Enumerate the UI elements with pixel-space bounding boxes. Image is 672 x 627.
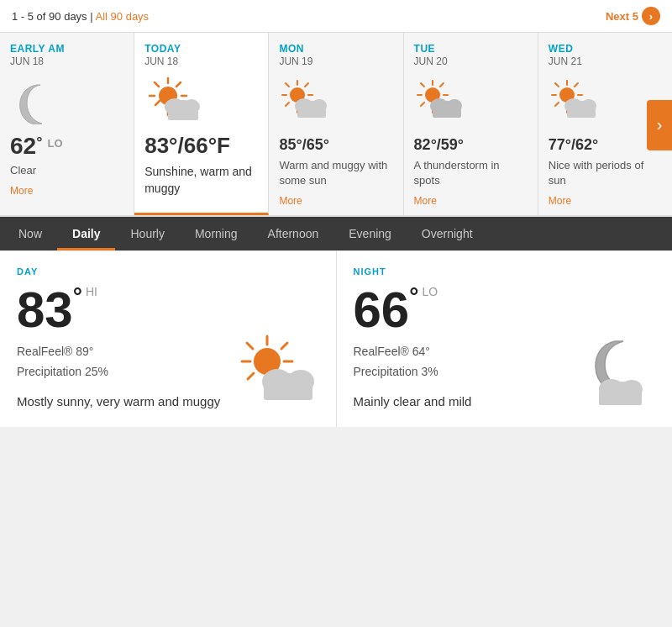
svg-line-17	[286, 83, 289, 87]
card-wed-temp: 77°/62°	[549, 133, 662, 155]
card-wed-date: JUN 21	[549, 55, 662, 67]
detail-day-temp-section: 83 ° HI RealFeel® 89° Precipitation 25% …	[17, 282, 220, 408]
svg-rect-25	[297, 108, 326, 118]
detail-night-label: NIGHT	[354, 266, 656, 277]
card-wed-more[interactable]: More	[549, 195, 662, 207]
card-earlyam: EARLY AM JUN 18 62° LO Clear More	[0, 33, 134, 215]
next5-button[interactable]: Next 5 ›	[606, 7, 660, 25]
detail-night-temp-section: 66 ° LO RealFeel® 64° Precipitation 3% M…	[354, 282, 472, 408]
tab-afternoon[interactable]: Afternoon	[253, 217, 334, 250]
svg-rect-64	[264, 385, 312, 400]
detail-day-hi-lo: HI	[86, 285, 97, 298]
detail-day-icon	[235, 333, 319, 408]
card-today-label: TODAY	[144, 43, 258, 55]
card-wed-desc: Nice with periods of sun	[549, 158, 662, 188]
detail-row: DAY 83 ° HI RealFeel® 89° Precipitation …	[0, 250, 672, 427]
card-today-temp: 83°/66°F	[144, 133, 258, 159]
svg-line-58	[281, 343, 287, 349]
tab-hourly[interactable]: Hourly	[115, 217, 179, 250]
svg-rect-51	[567, 108, 596, 118]
detail-night-temp: 66	[354, 285, 410, 335]
card-today-icon	[144, 76, 258, 126]
card-earlyam-label: EARLY AM	[10, 43, 123, 55]
range-info: 1 - 5 of 90 days | All 90 days	[12, 10, 149, 23]
next5-arrow: ›	[642, 7, 660, 25]
svg-line-56	[247, 343, 253, 349]
range-text: 1 - 5 of 90 days	[12, 10, 87, 23]
svg-line-20	[286, 103, 289, 106]
card-earlyam-more[interactable]: More	[10, 185, 123, 197]
svg-line-7	[155, 101, 160, 105]
tab-daily[interactable]: Daily	[57, 217, 115, 250]
card-earlyam-desc: Clear	[10, 163, 123, 178]
forecast-row: EARLY AM JUN 18 62° LO Clear More TODAY …	[0, 33, 672, 217]
card-tue-temp: 82°/59°	[414, 133, 528, 155]
tab-overnight[interactable]: Overnight	[407, 217, 488, 250]
detail-night-icon	[571, 333, 655, 408]
detail-day-label: DAY	[17, 266, 319, 277]
card-mon-temp: 85°/65°	[279, 133, 392, 155]
card-earlyam-icon	[10, 76, 123, 126]
card-mon-icon	[279, 76, 392, 126]
card-mon: MON JUN 19	[269, 33, 403, 215]
top-bar: 1 - 5 of 90 days | All 90 days Next 5 ›	[0, 0, 672, 33]
detail-day: DAY 83 ° HI RealFeel® 89° Precipitation …	[0, 250, 337, 427]
forecast-wrapper: EARLY AM JUN 18 62° LO Clear More TODAY …	[0, 33, 672, 217]
card-today-desc: Sunshine, warm and muggy	[144, 164, 258, 197]
svg-line-32	[440, 83, 444, 87]
card-tue-date: JUN 20	[414, 55, 528, 67]
nav-tabs: Now Daily Hourly Morning Afternoon Eveni…	[0, 217, 672, 250]
card-tue-label: TUE	[414, 43, 528, 55]
svg-line-46	[555, 103, 559, 106]
card-mon-date: JUN 19	[279, 55, 392, 67]
card-earlyam-date: JUN 18	[10, 55, 123, 67]
svg-line-19	[305, 83, 308, 87]
detail-night-hi-lo: LO	[422, 285, 438, 298]
all-days-link[interactable]: All 90 days	[96, 10, 150, 23]
card-mon-label: MON	[279, 43, 392, 55]
detail-day-temp: 83	[17, 285, 73, 335]
next-arrow-button[interactable]: ›	[647, 100, 672, 150]
detail-day-desc: Mostly sunny, very warm and muggy	[17, 394, 220, 408]
card-mon-desc: Warm and muggy with some sun	[279, 158, 392, 188]
next5-label: Next 5	[606, 10, 638, 23]
tab-now[interactable]: Now	[3, 217, 57, 250]
card-today: TODAY JUN 18	[134, 33, 269, 215]
card-earlyam-temp: 62° LO	[10, 133, 123, 160]
detail-night-temp-unit: °	[409, 285, 418, 308]
card-tue: TUE JUN 20	[404, 33, 538, 215]
detail-night: NIGHT 66 ° LO RealFeel® 64° Precipitatio…	[337, 250, 673, 427]
svg-rect-68	[599, 391, 642, 405]
svg-rect-38	[433, 108, 461, 118]
card-tue-more[interactable]: More	[414, 195, 528, 207]
card-wed-label: WED	[549, 43, 662, 55]
detail-night-desc: Mainly clear and mild	[354, 394, 472, 408]
detail-night-temp-row: 66 ° LO RealFeel® 64° Precipitation 3% M…	[354, 282, 656, 408]
card-tue-desc: A thunderstorm in spots	[414, 158, 528, 188]
svg-line-45	[575, 83, 578, 87]
tab-morning[interactable]: Morning	[180, 217, 253, 250]
detail-night-realfeel: RealFeel® 64° Precipitation 3%	[354, 342, 472, 382]
svg-line-59	[248, 373, 254, 379]
detail-day-temp-row: 83 ° HI RealFeel® 89° Precipitation 25% …	[17, 282, 319, 408]
svg-line-30	[421, 83, 424, 87]
detail-day-temp-unit: °	[73, 285, 82, 308]
tab-evening[interactable]: Evening	[333, 217, 407, 250]
svg-line-33	[421, 103, 424, 106]
svg-rect-12	[168, 108, 198, 120]
card-wed-icon	[549, 76, 662, 126]
card-mon-more[interactable]: More	[279, 195, 392, 207]
svg-line-43	[555, 83, 559, 87]
card-tue-icon	[414, 76, 528, 126]
svg-line-6	[176, 82, 181, 87]
detail-day-realfeel: RealFeel® 89° Precipitation 25%	[17, 342, 220, 382]
svg-line-4	[155, 82, 159, 87]
card-today-date: JUN 18	[144, 55, 258, 67]
